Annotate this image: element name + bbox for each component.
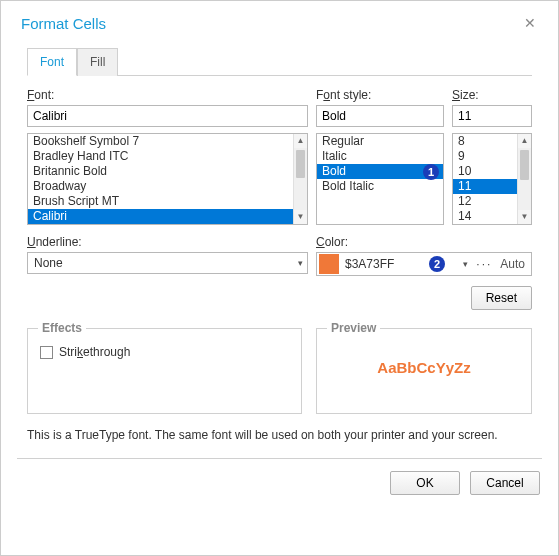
list-item[interactable]: Brush Script MT <box>28 194 293 209</box>
cancel-button[interactable]: Cancel <box>470 471 540 495</box>
scroll-thumb[interactable] <box>296 150 305 178</box>
chevron-down-icon[interactable]: ▾ <box>463 259 468 269</box>
size-input[interactable] <box>452 105 532 127</box>
footer-note: This is a TrueType font. The same font w… <box>27 428 532 442</box>
underline-value: None <box>34 256 63 270</box>
preview-group: Preview AaBbCcYyZz <box>316 328 532 414</box>
font-input[interactable] <box>27 105 308 127</box>
dialog-title: Format Cells <box>21 15 106 32</box>
color-label: Color: <box>316 235 532 249</box>
scroll-down-icon[interactable]: ▼ <box>294 210 307 224</box>
effects-legend: Effects <box>38 321 86 335</box>
format-cells-dialog: Format Cells ✕ Font Fill Font: Bookshelf… <box>0 0 559 556</box>
tab-font[interactable]: Font <box>27 48 77 76</box>
font-label: Font: <box>27 88 308 102</box>
footer-buttons: OK Cancel <box>1 459 558 507</box>
list-item[interactable]: Britannic Bold <box>28 164 293 179</box>
size-listbox[interactable]: 8 9 10 11 12 14 ▲ ▼ <box>452 133 532 225</box>
scroll-thumb[interactable] <box>520 150 529 180</box>
scroll-up-icon[interactable]: ▲ <box>294 134 307 148</box>
list-item[interactable]: 11 <box>453 179 517 194</box>
scrollbar[interactable]: ▲ ▼ <box>293 134 307 224</box>
list-item[interactable]: Broadway <box>28 179 293 194</box>
close-icon[interactable]: ✕ <box>518 13 542 33</box>
color-value: $3A73FF <box>345 257 394 271</box>
list-item[interactable]: Bold Italic <box>317 179 443 194</box>
list-item[interactable]: 10 <box>453 164 517 179</box>
color-swatch <box>319 254 339 274</box>
list-item[interactable]: Bookshelf Symbol 7 <box>28 134 293 149</box>
ok-button[interactable]: OK <box>390 471 460 495</box>
style-input[interactable] <box>316 105 444 127</box>
auto-button[interactable]: Auto <box>500 257 525 271</box>
chevron-down-icon: ▾ <box>298 258 303 268</box>
list-item[interactable]: 9 <box>453 149 517 164</box>
style-listbox[interactable]: Regular Italic Bold Bold Italic 1 <box>316 133 444 225</box>
callout-one: 1 <box>423 164 439 180</box>
titlebar: Format Cells ✕ <box>1 1 558 41</box>
list-item[interactable]: Regular <box>317 134 443 149</box>
preview-legend: Preview <box>327 321 380 335</box>
more-icon[interactable]: ··· <box>476 257 492 271</box>
callout-two: 2 <box>429 256 445 272</box>
list-item[interactable]: Italic <box>317 149 443 164</box>
preview-text: AaBbCcYyZz <box>329 359 519 376</box>
strikethrough-checkbox[interactable]: Strikethrough <box>40 345 289 359</box>
tab-content: Font: Bookshelf Symbol 7 Bradley Hand IT… <box>1 76 558 458</box>
underline-label: Underline: <box>27 235 308 249</box>
effects-group: Effects Strikethrough <box>27 328 302 414</box>
font-listbox[interactable]: Bookshelf Symbol 7 Bradley Hand ITC Brit… <box>27 133 308 225</box>
scroll-down-icon[interactable]: ▼ <box>518 210 531 224</box>
list-item[interactable]: 14 <box>453 209 517 224</box>
scrollbar[interactable]: ▲ ▼ <box>517 134 531 224</box>
style-label: Font style: <box>316 88 444 102</box>
size-label: Size: <box>452 88 532 102</box>
list-item[interactable]: 12 <box>453 194 517 209</box>
list-item[interactable]: Calibri <box>28 209 293 224</box>
strikethrough-label: Strikethrough <box>59 345 130 359</box>
checkbox-box <box>40 346 53 359</box>
list-item[interactable]: Bradley Hand ITC <box>28 149 293 164</box>
color-picker[interactable]: $3A73FF 2 ▾ ··· Auto <box>316 252 532 276</box>
tab-bar: Font Fill <box>27 47 532 76</box>
reset-button[interactable]: Reset <box>471 286 532 310</box>
list-item[interactable]: 8 <box>453 134 517 149</box>
underline-select[interactable]: None ▾ <box>27 252 308 274</box>
tab-fill[interactable]: Fill <box>77 48 118 76</box>
scroll-up-icon[interactable]: ▲ <box>518 134 531 148</box>
